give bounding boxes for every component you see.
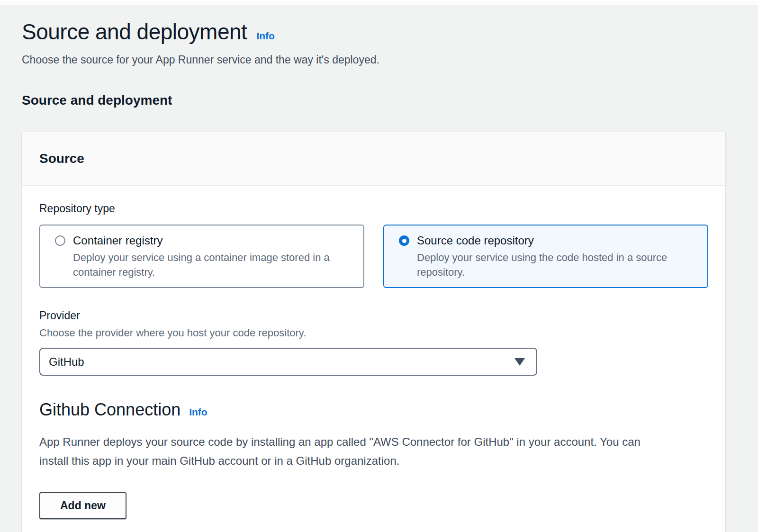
page-content: Source and deployment Info Choose the so… (0, 5, 758, 532)
radio-selected-icon[interactable] (399, 235, 409, 246)
github-connection-heading: Github Connection (39, 399, 180, 420)
source-card: Source Repository type Container registr… (22, 132, 726, 532)
page-title-info-link[interactable]: Info (256, 30, 274, 42)
source-card-body: Repository type Container registry Deplo… (22, 186, 725, 532)
provider-label: Provider (39, 309, 708, 322)
github-connection-description-line: App Runner deploys your source code by i… (39, 433, 708, 451)
repository-type-tiles: Container registry Deploy your service u… (39, 225, 708, 288)
tile-description-line: repository. (417, 265, 667, 280)
tile-container-registry[interactable]: Container registry Deploy your service u… (39, 225, 364, 288)
github-connection-header: Github Connection Info (39, 399, 708, 420)
repository-type-label: Repository type (39, 202, 708, 215)
section-heading: Source and deployment (22, 92, 726, 109)
tile-container-registry-text: Container registry Deploy your service u… (73, 233, 330, 280)
tile-description-line: Deploy your service using a container im… (73, 250, 330, 265)
github-connection-section: Github Connection Info App Runner deploy… (39, 399, 708, 519)
provider-select[interactable]: GitHub (39, 348, 537, 376)
page-header: Source and deployment Info (22, 19, 726, 45)
tile-source-code-repository-text: Source code repository Deploy your servi… (417, 233, 667, 280)
app-runner-source-page: Source and deployment Info Choose the so… (0, 0, 758, 532)
tile-label: Container registry (73, 233, 330, 248)
tile-source-code-repository[interactable]: Source code repository Deploy your servi… (383, 225, 708, 288)
source-card-title: Source (39, 150, 708, 167)
radio-unselected-icon[interactable] (55, 235, 65, 246)
source-card-header: Source (22, 132, 725, 186)
page-title: Source and deployment (22, 19, 247, 45)
provider-select-value: GitHub (49, 355, 84, 369)
provider-field: Provider Choose the provider where you h… (39, 309, 708, 376)
tile-description: Deploy your service using a container im… (73, 250, 330, 280)
top-strip (0, 0, 758, 5)
tile-description-line: container registry. (73, 265, 330, 280)
caret-down-icon (514, 358, 525, 366)
github-connection-description-line: install this app in your main GitHub acc… (39, 451, 708, 470)
tile-description-line: Deploy your service using the code hoste… (417, 250, 667, 265)
tile-label: Source code repository (417, 233, 667, 248)
add-new-button[interactable]: Add new (39, 492, 126, 519)
github-connection-info-link[interactable]: Info (189, 406, 207, 418)
github-connection-description: App Runner deploys your source code by i… (39, 433, 708, 470)
provider-hint: Choose the provider where you host your … (39, 326, 708, 340)
tile-description: Deploy your service using the code hoste… (417, 250, 667, 280)
page-description: Choose the source for your App Runner se… (22, 52, 726, 67)
